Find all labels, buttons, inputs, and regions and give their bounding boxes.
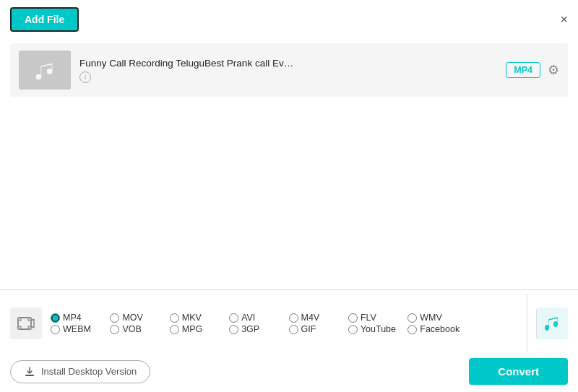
format-m4v[interactable]: M4V (289, 313, 348, 323)
file-list: Funny Call Recording TeluguBest Prank ca… (0, 38, 578, 289)
close-button[interactable]: × (560, 13, 568, 26)
file-name: Funny Call Recording TeluguBest Prank ca… (79, 58, 497, 69)
action-row: Install Desktop Version Convert (0, 352, 578, 392)
file-actions: MP4 ⚙ (506, 62, 559, 78)
format-row: MP4 MOV MKV AVI M4V FLV WMV (0, 290, 578, 352)
format-webm[interactable]: WEBM (51, 324, 110, 334)
bottom-bar: MP4 MOV MKV AVI M4V FLV WMV (0, 289, 578, 392)
format-vob[interactable]: VOB (110, 324, 169, 334)
title-bar: Add File × (0, 0, 578, 38)
format-mkv[interactable]: MKV (170, 313, 229, 323)
settings-icon[interactable]: ⚙ (548, 62, 559, 78)
download-icon (24, 366, 35, 378)
file-item: Funny Call Recording TeluguBest Prank ca… (10, 43, 568, 97)
format-mp4[interactable]: MP4 (51, 313, 110, 323)
svg-rect-4 (28, 326, 31, 329)
film-icon (17, 314, 35, 333)
convert-button[interactable]: Convert (469, 358, 568, 385)
format-youtube[interactable]: YouTube (348, 324, 407, 334)
video-format-icon (10, 308, 42, 339)
music-icon (31, 56, 59, 84)
svg-rect-8 (25, 375, 34, 376)
format-avi[interactable]: AVI (229, 313, 288, 323)
info-icon[interactable]: i (79, 71, 91, 83)
svg-rect-3 (28, 318, 31, 321)
audio-icon (543, 314, 562, 333)
file-meta: i (79, 71, 497, 83)
format-mpg[interactable]: MPG (170, 324, 229, 334)
file-thumbnail (19, 51, 71, 90)
format-options: MP4 MOV MKV AVI M4V FLV WMV (51, 313, 527, 334)
install-desktop-button[interactable]: Install Desktop Version (10, 360, 150, 383)
format-wmv[interactable]: WMV (407, 313, 467, 323)
format-facebook[interactable]: Facebook (407, 324, 467, 334)
svg-rect-2 (18, 326, 21, 329)
audio-format-icon[interactable] (536, 308, 568, 339)
format-flv[interactable]: FLV (348, 313, 407, 323)
vertical-divider (527, 295, 527, 352)
format-3gp[interactable]: 3GP (229, 324, 288, 334)
file-info: Funny Call Recording TeluguBest Prank ca… (79, 58, 497, 83)
format-badge[interactable]: MP4 (506, 62, 540, 78)
add-file-button[interactable]: Add File (10, 7, 79, 32)
svg-rect-1 (18, 318, 21, 321)
format-mov[interactable]: MOV (110, 313, 169, 323)
format-gif[interactable]: GIF (289, 324, 348, 334)
